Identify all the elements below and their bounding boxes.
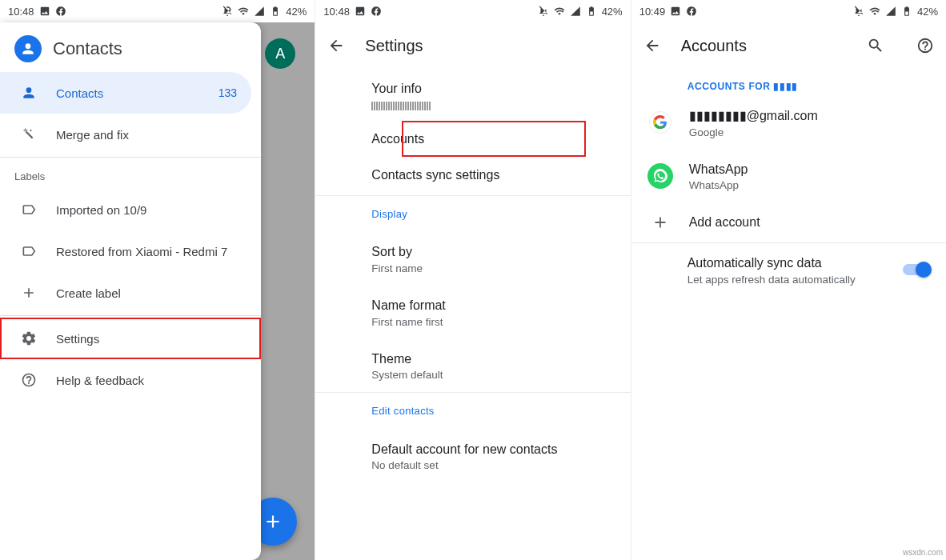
row-title: Name format (371, 297, 614, 314)
divider (0, 315, 261, 316)
row-title: Default account for new contacts (371, 441, 614, 458)
row-title: Automatically sync data (687, 254, 890, 272)
back-button[interactable] (643, 36, 662, 55)
tutorial-highlight (402, 121, 585, 158)
status-time: 10:48 (323, 6, 350, 18)
search-button[interactable] (866, 36, 885, 55)
nav-item-label: Settings (56, 332, 99, 346)
row-your-info[interactable]: Your info (315, 69, 630, 122)
wand-icon (21, 126, 38, 142)
wifi-icon (238, 6, 249, 17)
row-value: First name first (371, 316, 614, 328)
battery-percent: 42% (286, 6, 307, 18)
facebook-icon (55, 6, 66, 17)
navigation-drawer: Contacts Contacts 133 Merge and fix Labe… (0, 22, 261, 560)
help-button[interactable] (916, 36, 935, 55)
status-bar: 10:48 42% (0, 0, 315, 22)
section-header-edit: Edit contacts (315, 393, 630, 430)
plus-icon (21, 285, 38, 301)
nav-item-merge[interactable]: Merge and fix (0, 114, 261, 155)
label-item-imported[interactable]: Imported on 10/9 (0, 189, 261, 230)
row-subtitle (371, 99, 614, 111)
row-sort-by[interactable]: Sort by First name (315, 232, 630, 286)
screenshot-contacts-drawer: 10:48 42% A Contacts Contacts 133 Merge … (0, 0, 315, 560)
google-icon (646, 108, 675, 137)
settings-list[interactable]: Your info Accounts Contacts sync setting… (315, 69, 630, 560)
divider (0, 157, 261, 158)
photos-icon (670, 6, 681, 17)
nav-item-settings[interactable]: Settings (0, 318, 261, 359)
nav-item-help[interactable]: Help & feedback (0, 359, 261, 401)
signal-icon (570, 6, 581, 17)
person-icon (21, 85, 38, 101)
label-text: Restored from Xiaomi - Redmi 7 (56, 245, 227, 258)
account-title: WhatsApp (689, 161, 930, 178)
drawer-header: Contacts (0, 22, 261, 72)
photos-icon (39, 6, 50, 17)
screenshot-accounts: 10:49 42% Accounts ACCOUNTS FOR ▮▮▮▮ ▮▮▮… (631, 0, 946, 560)
section-header-accounts-for: ACCOUNTS FOR ▮▮▮▮ (631, 69, 946, 96)
wifi-icon (869, 6, 880, 17)
label-icon (21, 243, 38, 259)
account-provider: Google (689, 126, 930, 138)
section-header-display: Display (315, 196, 630, 233)
label-item-restored[interactable]: Restored from Xiaomi - Redmi 7 (0, 230, 261, 272)
row-title: Add account (689, 214, 930, 231)
row-value: System default (371, 369, 614, 381)
label-text: Create label (56, 286, 121, 300)
row-auto-sync[interactable]: Automatically sync data Let apps refresh… (631, 243, 946, 297)
dnd-icon (222, 6, 233, 17)
screenshot-settings: 10:48 42% Settings Your info Accounts Co… (315, 0, 630, 560)
row-title: Contacts sync settings (371, 166, 614, 184)
section-title: Edit contacts (371, 404, 614, 418)
battery-percent: 42% (917, 6, 938, 18)
status-bar: 10:49 42% (631, 0, 946, 22)
contacts-count: 133 (218, 86, 237, 99)
create-label-button[interactable]: Create label (0, 272, 261, 314)
battery-icon (901, 6, 912, 17)
dnd-icon (538, 6, 549, 17)
battery-icon (586, 6, 597, 17)
nav-item-contacts[interactable]: Contacts 133 (0, 72, 251, 114)
row-sync-settings[interactable]: Contacts sync settings (315, 155, 630, 195)
battery-icon (270, 6, 281, 17)
back-button[interactable] (327, 36, 346, 55)
gear-icon (21, 330, 38, 346)
label-icon (21, 202, 38, 218)
status-bar: 10:48 42% (315, 0, 630, 22)
app-bar: Accounts (631, 22, 946, 69)
row-subtitle: Let apps refresh data automatically (687, 274, 890, 286)
facebook-icon (371, 6, 382, 17)
row-value: No default set (371, 459, 614, 471)
facebook-icon (686, 6, 697, 17)
row-name-format[interactable]: Name format First name first (315, 286, 630, 339)
tutorial-highlight (0, 318, 261, 359)
accounts-list[interactable]: ACCOUNTS FOR ▮▮▮▮ ▮▮▮▮▮▮▮▮@gmail.com Goo… (631, 69, 946, 560)
dnd-icon (853, 6, 864, 17)
plus-icon (646, 208, 675, 237)
row-title: Your info (371, 80, 614, 98)
add-account-button[interactable]: Add account (631, 202, 946, 242)
page-title: Accounts (681, 37, 747, 55)
row-theme[interactable]: Theme System default (315, 339, 630, 393)
row-value: First name (371, 262, 614, 274)
contacts-logo-icon (14, 35, 42, 62)
whatsapp-icon (646, 162, 675, 190)
row-title: Theme (371, 350, 614, 368)
photos-icon (355, 6, 366, 17)
account-row-whatsapp[interactable]: WhatsApp WhatsApp (631, 150, 946, 203)
drawer-title: Contacts (53, 38, 122, 59)
wifi-icon (554, 6, 565, 17)
status-time: 10:49 (639, 6, 666, 18)
nav-item-label: Help & feedback (56, 374, 144, 387)
battery-percent: 42% (602, 6, 623, 18)
row-title: Sort by (371, 243, 614, 261)
account-row-google[interactable]: ▮▮▮▮▮▮▮▮@gmail.com Google (631, 96, 946, 150)
help-icon (21, 372, 38, 388)
app-bar: Settings (315, 22, 630, 69)
row-default-account[interactable]: Default account for new contacts No defa… (315, 430, 630, 483)
row-accounts[interactable]: Accounts (315, 122, 630, 156)
section-title: ACCOUNTS FOR ▮▮▮▮ (687, 80, 930, 93)
auto-sync-toggle[interactable] (903, 262, 932, 278)
labels-header: Labels (0, 159, 261, 189)
